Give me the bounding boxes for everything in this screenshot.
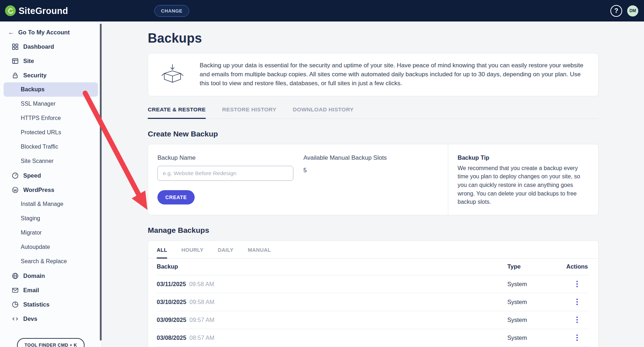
create-button[interactable]: CREATE [157, 190, 195, 204]
backup-time: 09:58 AM [190, 299, 215, 305]
sidebar-item-site-scanner[interactable]: Site Scanner [4, 154, 98, 168]
backup-type: System [507, 334, 565, 341]
backup-type: System [507, 281, 565, 288]
brand-name: SiteGround [19, 6, 68, 16]
backup-tip-title: Backup Tip [458, 154, 587, 161]
back-label: Go To My Account [18, 29, 70, 36]
sidebar-item-install-manage[interactable]: Install & Manage [4, 197, 98, 211]
speed-icon [11, 172, 19, 179]
backup-filter-tabs: ALL HOURLY DAILY MANUAL [148, 241, 598, 259]
backup-tip-panel: Backup Tip We recommend that you create … [448, 144, 598, 215]
sidebar: ← Go To My Account Dashboard Site Securi… [0, 21, 102, 347]
sidebar-item-dashboard[interactable]: Dashboard [4, 39, 98, 54]
sidebar-item-migrator[interactable]: Migrator [4, 226, 98, 240]
column-header-actions: Actions [565, 263, 590, 270]
manage-backups-heading: Manage Backups [148, 226, 599, 235]
slots-column: Available Manual Backup Slots 5 [303, 154, 387, 206]
intro-text: Backing up your data is essential for th… [200, 61, 587, 88]
email-icon [11, 286, 19, 294]
devs-icon [11, 315, 19, 322]
row-actions-kebab-icon[interactable] [572, 315, 582, 325]
table-row: 03/09/2025 09:57 AM System [157, 311, 590, 329]
sidebar-item-backups[interactable]: Backups [4, 82, 98, 97]
backup-date: 03/09/2025 [157, 317, 186, 323]
sidebar-item-site[interactable]: Site [4, 54, 98, 68]
backup-time: 08:57 AM [190, 334, 215, 341]
backup-tip-text: We recommend that you create a backup ev… [458, 164, 587, 206]
table-header: Backup Type Actions [157, 259, 590, 275]
sidebar-item-statistics[interactable]: Statistics [4, 297, 98, 312]
topbar-right: ? DM [610, 0, 638, 21]
column-header-type: Type [507, 263, 565, 270]
sidebar-item-devs[interactable]: Devs [4, 312, 98, 326]
column-header-backup: Backup [157, 263, 507, 270]
statistics-icon [11, 301, 19, 308]
sidebar-item-blocked-traffic[interactable]: Blocked Traffic [4, 140, 98, 154]
sidebar-scrollbar-thumb[interactable] [100, 24, 102, 341]
filter-tab-all[interactable]: ALL [157, 247, 167, 259]
create-new-backup-heading: Create New Backup [148, 130, 599, 138]
sidebar-item-autoupdate[interactable]: Autoupdate [4, 240, 98, 254]
table-row: 03/11/2025 09:58 AM System [157, 275, 590, 293]
row-actions-kebab-icon[interactable] [572, 279, 582, 289]
filter-tab-hourly[interactable]: HOURLY [181, 247, 204, 258]
backup-time: 09:58 AM [189, 281, 214, 288]
row-actions-kebab-icon[interactable] [572, 333, 582, 343]
backups-table: Backup Type Actions 03/11/2025 09:58 AM … [148, 259, 598, 347]
topbar: SiteGround CHANGE ? DM [0, 0, 644, 21]
backup-date: 03/10/2025 [157, 299, 186, 305]
main-tabs: CREATE & RESTORE RESTORE HISTORY DOWNLOA… [148, 106, 599, 119]
create-backup-card: Backup Name CREATE Available Manual Back… [148, 144, 599, 215]
sidebar-item-search-replace[interactable]: Search & Replace [4, 254, 98, 269]
row-actions-kebab-icon[interactable] [572, 297, 582, 307]
table-row: 03/08/2025 08:57 AM System [157, 329, 590, 347]
sidebar-item-speed[interactable]: Speed [4, 168, 98, 183]
slots-label: Available Manual Backup Slots [303, 154, 387, 162]
wordpress-icon [11, 186, 19, 193]
backup-box-icon [159, 64, 186, 85]
manage-backups-card: ALL HOURLY DAILY MANUAL Backup Type Acti… [148, 240, 599, 347]
sidebar-item-domain[interactable]: Domain [4, 269, 98, 283]
backup-date: 03/08/2025 [157, 334, 186, 341]
dashboard-icon [11, 43, 19, 50]
sidebar-item-protected-urls[interactable]: Protected URLs [4, 125, 98, 140]
filter-tab-manual[interactable]: MANUAL [248, 247, 271, 258]
backup-name-input[interactable] [157, 166, 293, 181]
backup-type: System [507, 317, 565, 323]
table-row: 03/10/2025 09:58 AM System [157, 293, 590, 311]
sidebar-item-https-enforce[interactable]: HTTPS Enforce [4, 111, 98, 125]
change-site-button[interactable]: CHANGE [154, 5, 189, 17]
page-title: Backups [148, 31, 599, 46]
domain-icon [11, 272, 19, 279]
sidebar-item-security[interactable]: Security [4, 68, 98, 82]
help-icon[interactable]: ? [610, 5, 622, 17]
siteground-logo[interactable]: SiteGround [0, 5, 68, 16]
backup-type: System [507, 299, 565, 305]
tab-download-history[interactable]: DOWNLOAD HISTORY [293, 106, 353, 119]
table-body: 03/11/2025 09:58 AM System 03/10/2025 09… [157, 275, 590, 347]
backup-time: 09:57 AM [190, 317, 215, 323]
back-arrow-icon: ← [8, 29, 14, 36]
backup-date: 03/11/2025 [157, 281, 186, 288]
siteground-logo-icon [5, 5, 16, 16]
security-icon [11, 72, 19, 79]
create-left: Backup Name CREATE Available Manual Back… [148, 144, 448, 215]
sidebar-item-wordpress[interactable]: WordPress [4, 183, 98, 197]
sidebar-item-email[interactable]: Email [4, 283, 98, 297]
sidebar-item-staging[interactable]: Staging [4, 211, 98, 226]
site-icon [11, 57, 19, 64]
filter-tab-daily[interactable]: DAILY [218, 247, 234, 258]
slots-value: 5 [303, 167, 387, 174]
tool-finder-button[interactable]: TOOL FINDER CMD + K [17, 338, 84, 347]
main-content: Backups Backing up your data is essentia… [102, 21, 644, 347]
backup-name-label: Backup Name [157, 154, 303, 162]
tab-restore-history[interactable]: RESTORE HISTORY [222, 106, 277, 119]
sidebar-item-go-to-my-account[interactable]: ← Go To My Account [0, 25, 102, 39]
sidebar-item-ssl-manager[interactable]: SSL Manager [4, 97, 98, 111]
create-form: Backup Name CREATE [157, 154, 303, 206]
avatar[interactable]: DM [627, 5, 638, 16]
intro-card: Backing up your data is essential for th… [148, 53, 599, 96]
tab-create-restore[interactable]: CREATE & RESTORE [148, 106, 206, 119]
